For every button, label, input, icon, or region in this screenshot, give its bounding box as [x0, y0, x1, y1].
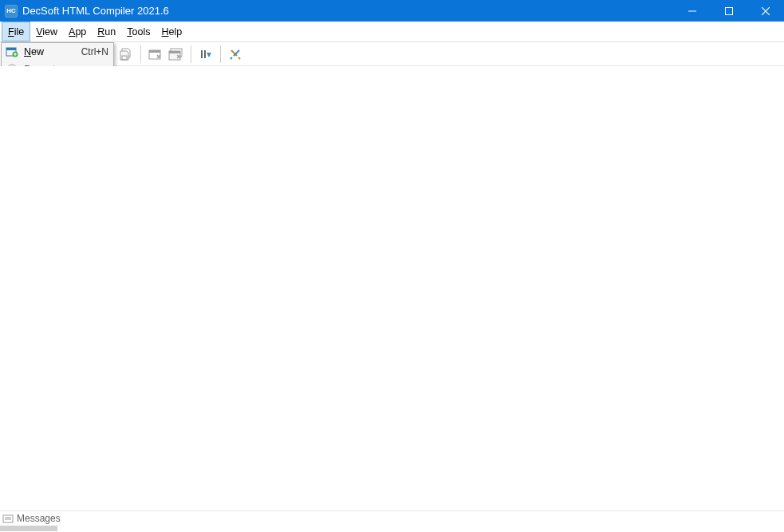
toolbar-close-button[interactable] — [145, 44, 166, 65]
menu-app[interactable]: App — [63, 22, 92, 41]
menu-help[interactable]: Help — [156, 22, 187, 41]
toolbar-separator — [191, 45, 191, 63]
close-button[interactable] — [747, 0, 784, 22]
toolbar — [0, 42, 784, 66]
toolbar-separator — [140, 45, 141, 63]
messages-icon — [2, 513, 14, 524]
toolbar-close-all-button[interactable] — [166, 44, 187, 65]
new-file-icon — [5, 45, 19, 58]
menu-file[interactable]: File — [2, 22, 30, 41]
minimize-icon — [688, 7, 696, 15]
maximize-icon — [725, 7, 733, 15]
toolbar-save-all-button[interactable] — [116, 44, 136, 65]
svg-rect-17 — [149, 50, 160, 53]
shortcut-text: Ctrl+N — [81, 46, 108, 57]
menu-item-new[interactable]: New Ctrl+N — [2, 43, 113, 61]
statusbar: Messages — [0, 510, 784, 532]
menu-tools[interactable]: Tools — [121, 22, 156, 41]
close-all-icon — [168, 48, 184, 61]
maximize-button[interactable] — [711, 0, 747, 22]
window-title: DecSoft HTML Compiler 2021.6 — [22, 5, 169, 17]
menu-run[interactable]: Run — [92, 22, 121, 41]
close-icon — [762, 7, 770, 15]
svg-rect-22 — [169, 51, 180, 53]
menubar: File View App Run Tools Help — [0, 22, 784, 42]
toolbar-options-button[interactable] — [225, 44, 246, 65]
content-area — [0, 66, 784, 510]
menu-view[interactable]: View — [30, 22, 63, 41]
messages-label[interactable]: Messages — [17, 513, 61, 524]
close-window-icon — [148, 48, 163, 61]
tools-icon — [229, 48, 242, 61]
svg-rect-28 — [6, 48, 16, 50]
run-icon — [199, 48, 212, 61]
save-all-icon — [119, 48, 133, 61]
app-icon: HC — [5, 5, 18, 18]
toolbar-separator — [220, 45, 221, 63]
window-controls — [674, 0, 784, 22]
toolbar-run-button[interactable] — [195, 44, 216, 65]
svg-rect-1 — [726, 7, 733, 14]
status-progress-chunk — [0, 526, 57, 531]
minimize-button[interactable] — [674, 0, 711, 22]
titlebar: HC DecSoft HTML Compiler 2021.6 — [0, 0, 784, 22]
